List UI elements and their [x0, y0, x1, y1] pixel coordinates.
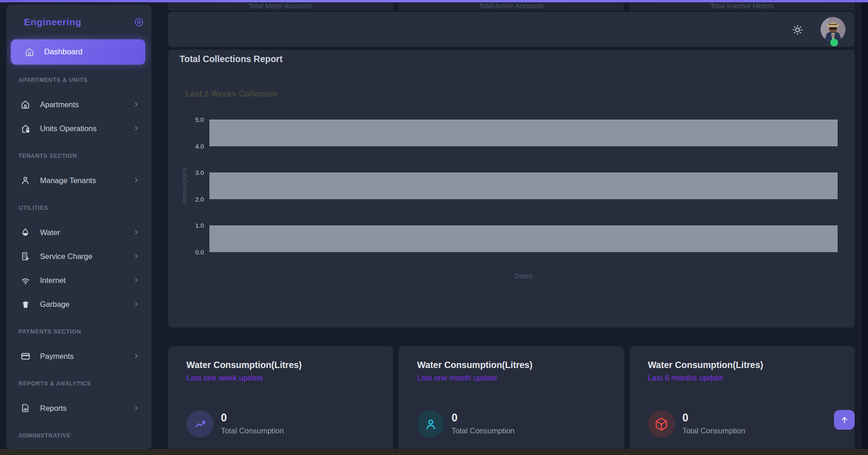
header-bar — [168, 12, 855, 47]
chart-bar — [209, 120, 838, 146]
sidebar-section-label: UTILITIES — [18, 203, 151, 213]
card-value: 0 — [221, 412, 284, 424]
sidebar-item-label: Units Operations — [40, 124, 97, 133]
card-label: Total Consumption — [683, 426, 746, 435]
chevron-right-icon — [133, 404, 140, 412]
sidebar-item-water[interactable]: Water — [6, 220, 151, 244]
sidebar-section-label: REPORTS & ANALYTICS — [18, 379, 151, 388]
total-collections-card: Total Collections Report Last 2 Weeks Co… — [168, 50, 855, 328]
sidebar-item-label: Reports — [40, 404, 67, 413]
water-drop-icon — [20, 227, 31, 237]
y-axis-tick: 3.0 — [195, 169, 204, 176]
chart-bar — [209, 173, 838, 199]
card-label: Total Consumption — [451, 426, 515, 435]
card-value: 0 — [451, 412, 515, 424]
sidebar-brand-row: Engineering — [6, 5, 151, 40]
sidebar-item-payments[interactable]: Payments — [6, 344, 151, 368]
cube-icon — [648, 410, 675, 438]
sidebar-item-label: Service Charge — [40, 252, 93, 261]
chevron-right-icon — [133, 101, 140, 108]
chevron-right-icon — [133, 300, 140, 308]
window-top-accent — [0, 0, 868, 2]
house-lock-icon — [20, 123, 31, 134]
sidebar: Engineering Dashboard APARTMENTS & UNITS… — [6, 5, 151, 449]
theme-toggle-button[interactable] — [792, 24, 804, 36]
sidebar-item-manage-tenants[interactable]: Manage Tenants — [6, 168, 151, 192]
sidebar-item-reports[interactable]: Reports — [6, 396, 151, 420]
sidebar-item-label: Payments — [40, 352, 74, 361]
y-axis-tick: 2.0 — [195, 196, 204, 202]
sidebar-item-garbage[interactable]: Garbage — [6, 292, 151, 316]
online-status-dot — [830, 39, 838, 46]
chevron-right-icon — [133, 352, 140, 360]
window-bottom-edge — [0, 449, 868, 455]
top-stat-cards-row: Total Meter Accounts Total Active Accoun… — [168, 2, 855, 11]
sidebar-section-label: ADMINISTRATIVE — [18, 431, 151, 440]
trash-icon — [20, 299, 31, 309]
user-avatar[interactable] — [821, 17, 845, 42]
water-consumption-card-month: Water Consumption(Litres) Last one month… — [399, 346, 624, 455]
y-axis-label: Amount(Ksh) — [181, 168, 188, 204]
report-title: Total Collections Report — [179, 54, 283, 64]
chevron-right-icon — [133, 276, 140, 284]
card-value: 0 — [683, 412, 746, 424]
chart-bar — [209, 225, 838, 252]
chevron-right-icon — [133, 253, 140, 260]
person-icon — [417, 410, 444, 438]
wifi-icon — [20, 275, 31, 286]
trend-up-icon — [186, 410, 214, 438]
y-axis-tick: 4.0 — [195, 143, 204, 150]
consumption-cards-row: Water Consumption(Litres) Last one week … — [168, 346, 855, 455]
sidebar-item-label: Garbage — [40, 300, 69, 309]
disc-icon — [133, 17, 145, 28]
card-title: Water Consumption(Litres) — [417, 360, 624, 370]
y-axis-tick: 1.0 — [195, 222, 204, 229]
sun-icon — [792, 24, 804, 36]
water-consumption-card-6months: Water Consumption(Litres) Last 6 months … — [630, 346, 855, 455]
home-icon — [20, 99, 31, 109]
chevron-right-icon — [133, 229, 140, 236]
sidebar-item-label: Apartments — [40, 100, 79, 109]
sidebar-item-label: Dashboard — [44, 47, 82, 57]
stat-card-total-active-accounts: Total Active Accounts — [399, 2, 624, 11]
app-window: Engineering Dashboard APARTMENTS & UNITS… — [0, 0, 868, 455]
card-label: Total Consumption — [221, 426, 284, 435]
sidebar-item-service-charge[interactable]: Service Charge — [6, 244, 151, 268]
sidebar-section-label: APARTMENTS & UNITS — [18, 75, 151, 85]
stat-card-total-meter-accounts: Total Meter Accounts — [168, 2, 393, 11]
card-subtitle: Last 6 months update — [648, 374, 855, 383]
card-subtitle: Last one week update — [186, 374, 393, 383]
stat-card-total-inactive-meters: Total Inactive Meters — [630, 2, 855, 11]
card-title: Water Consumption(Litres) — [648, 360, 855, 370]
scroll-to-top-button[interactable] — [834, 410, 855, 430]
brand-title: Engineering — [24, 17, 81, 28]
window-right-edge — [862, 0, 868, 455]
credit-card-icon — [20, 351, 31, 362]
sidebar-item-units-operations[interactable]: Units Operations — [6, 116, 151, 140]
y-axis-tick: 5.0 — [195, 116, 204, 123]
y-axis-tick: 0.0 — [195, 249, 204, 256]
x-axis-label: Dates — [209, 272, 838, 280]
person-icon — [20, 175, 31, 185]
sidebar-section-label: PAYMENTS SECTION — [18, 327, 151, 336]
sidebar-item-internet[interactable]: Internet — [6, 268, 151, 292]
card-stat-row: 0 Total Consumption — [417, 410, 515, 438]
card-stat-row: 0 Total Consumption — [648, 410, 746, 438]
chevron-right-icon — [133, 125, 140, 132]
chart-plot: 5.04.03.02.01.00.0 — [209, 120, 838, 252]
building-gear-icon — [20, 251, 31, 261]
report-document-icon — [20, 403, 31, 413]
card-subtitle: Last one month update — [417, 374, 624, 383]
water-consumption-card-week: Water Consumption(Litres) Last one week … — [168, 346, 393, 455]
sidebar-item-label: Internet — [40, 276, 66, 285]
sidebar-collapse-button[interactable] — [133, 16, 145, 28]
chevron-right-icon — [133, 177, 140, 184]
sidebar-item-label: Manage Tenants — [40, 176, 96, 185]
sidebar-section-label: TENANTS SECTION — [18, 151, 151, 161]
sidebar-item-apartments[interactable]: Apartments — [6, 92, 151, 116]
arrow-up-icon — [839, 415, 850, 425]
sidebar-item-dashboard[interactable]: Dashboard — [11, 40, 145, 64]
card-title: Water Consumption(Litres) — [186, 360, 393, 370]
home-icon — [24, 47, 35, 57]
sidebar-item-label: Water — [40, 228, 60, 237]
